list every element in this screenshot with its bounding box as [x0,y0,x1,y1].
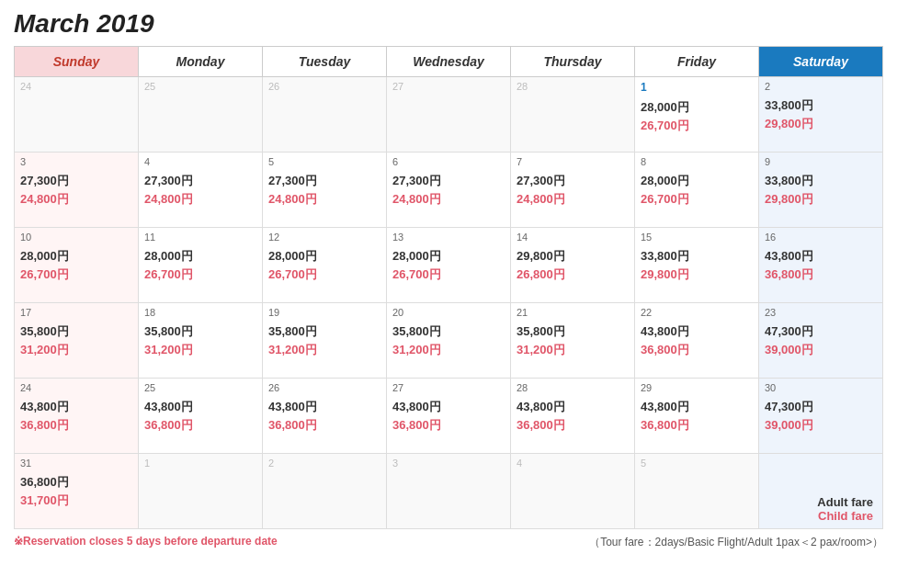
calendar-cell: 3136,800円31,700円 [15,454,139,529]
calendar-cell: 2243,800円36,800円 [635,303,759,379]
calendar-cell: 3 [387,454,511,529]
calendar-cell: 427,300円24,800円 [139,153,263,228]
page-title: March 2019 [14,9,883,39]
calendar-cell: 26 [263,77,387,153]
calendar-cell: 128,000円26,700円 [635,77,759,153]
calendar-cell: 3047,300円39,000円 [759,379,883,454]
calendar-cell: 2943,800円36,800円 [635,379,759,454]
calendar-cell: 5 [635,454,759,529]
calendar-cell: 2643,800円36,800円 [263,379,387,454]
header-wednesday: Wednesday [387,47,511,77]
calendar-cell: 933,800円29,800円 [759,153,883,228]
calendar-cell: 1228,000円26,700円 [263,228,387,303]
header-sunday: Sunday [15,47,139,77]
calendar-cell: 2135,800円31,200円 [511,303,635,379]
calendar-cell: 727,300円24,800円 [511,153,635,228]
calendar-cell: 1028,000円26,700円 [15,228,139,303]
calendar-cell: 1935,800円31,200円 [263,303,387,379]
calendar-cell: 2843,800円36,800円 [511,379,635,454]
header-saturday: Saturday [759,47,883,77]
header-friday: Friday [635,47,759,77]
calendar-cell: 1533,800円29,800円 [635,228,759,303]
header-monday: Monday [139,47,263,77]
footer-info: （Tour fare：2days/Basic Flight/Adult 1pax… [589,535,883,550]
calendar-cell: 2035,800円31,200円 [387,303,511,379]
calendar-cell: 1735,800円31,200円 [15,303,139,379]
calendar-cell: 4 [511,454,635,529]
calendar-cell: Adult fareChild fare [759,454,883,529]
calendar-cell: 2347,300円39,000円 [759,303,883,379]
calendar-cell: 233,800円29,800円 [759,77,883,153]
calendar-cell: 1429,800円26,800円 [511,228,635,303]
calendar-cell: 527,300円24,800円 [263,153,387,228]
calendar-cell: 1643,800円36,800円 [759,228,883,303]
footer-note: ※Reservation closes 5 days before depart… [14,535,278,550]
footer: ※Reservation closes 5 days before depart… [14,535,883,550]
calendar-cell: 828,000円26,700円 [635,153,759,228]
calendar-cell: 2 [263,454,387,529]
calendar-cell: 2443,800円36,800円 [15,379,139,454]
calendar-table: SundayMondayTuesdayWednesdayThursdayFrid… [14,46,883,529]
calendar-cell: 2743,800円36,800円 [387,379,511,454]
calendar-cell: 1 [139,454,263,529]
calendar-cell: 28 [511,77,635,153]
calendar-cell: 1835,800円31,200円 [139,303,263,379]
header-tuesday: Tuesday [263,47,387,77]
calendar-cell: 327,300円24,800円 [15,153,139,228]
calendar-cell: 27 [387,77,511,153]
calendar-cell: 24 [15,77,139,153]
calendar-cell: 1328,000円26,700円 [387,228,511,303]
header-thursday: Thursday [511,47,635,77]
calendar-cell: 25 [139,77,263,153]
calendar-cell: 2543,800円36,800円 [139,379,263,454]
calendar-cell: 627,300円24,800円 [387,153,511,228]
calendar-cell: 1128,000円26,700円 [139,228,263,303]
